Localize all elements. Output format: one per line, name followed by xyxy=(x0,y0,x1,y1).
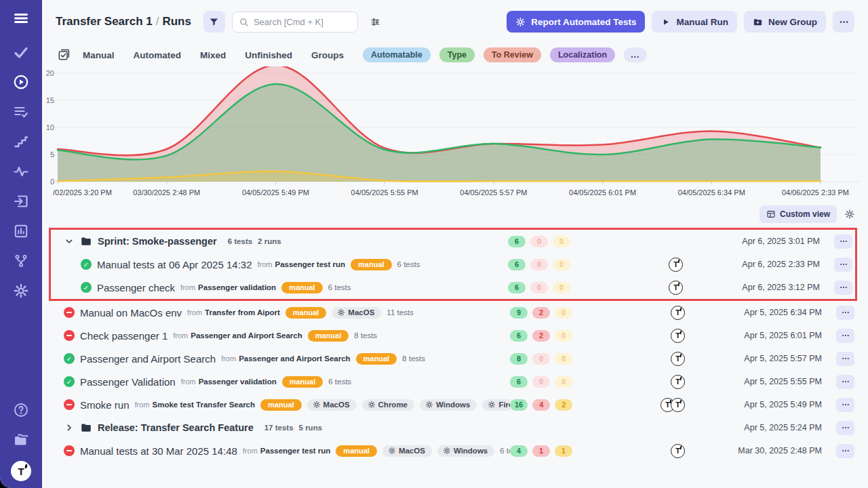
run-row[interactable]: ✓Manual tests at 06 Apr 2025 14:32fromPa… xyxy=(51,253,855,276)
workspace-logo[interactable]: T xyxy=(11,461,31,481)
run-tests-count: 6 tests xyxy=(397,260,420,268)
sidebar-item-menu[interactable] xyxy=(12,9,30,27)
folder-icon xyxy=(80,422,92,434)
run-tests-count: 6 tests xyxy=(328,283,351,291)
manual-run-button[interactable]: Manual Run xyxy=(652,11,737,33)
sidebar-item-projects[interactable] xyxy=(12,431,30,449)
chevron-right-icon[interactable] xyxy=(64,422,75,433)
search-box[interactable] xyxy=(232,12,358,33)
tag-pill-more[interactable]: ... xyxy=(624,47,646,62)
run-date: Apr 5, 2025 6:01 PM xyxy=(720,331,829,340)
breadcrumb-page: Runs xyxy=(162,15,191,28)
sidebar-item-tests[interactable] xyxy=(12,43,30,61)
run-source: fromPassenger validation xyxy=(181,378,277,386)
env-pill-macos: MacOS xyxy=(307,399,357,411)
row-menu-button[interactable] xyxy=(836,352,854,366)
run-tests-count: 11 tests xyxy=(387,308,413,317)
row-menu-button[interactable] xyxy=(834,281,852,295)
tab-mixed[interactable]: Mixed xyxy=(200,50,226,60)
sidebar-item-analytics[interactable] xyxy=(12,163,30,180)
passed-badge: 6 xyxy=(508,282,526,293)
header-more-button[interactable] xyxy=(833,11,854,33)
sidebar-item-runs[interactable] xyxy=(12,73,30,91)
row-menu-button[interactable] xyxy=(836,329,854,343)
run-row[interactable]: ✓Passenger and Airport SearchfromPasseng… xyxy=(42,347,868,370)
group-row[interactable]: Sprint: Smoke-passenger6 tests2 runs600A… xyxy=(51,230,855,253)
tab-manual[interactable]: Manual xyxy=(83,50,115,60)
app-window: T Transfer Search 1/Runs Report Automate… xyxy=(0,0,868,488)
row-main-cell: Smoke runfromSmoke test Transfer Searchm… xyxy=(64,399,510,411)
svg-text:10: 10 xyxy=(46,123,54,131)
new-group-button[interactable]: New Group xyxy=(744,11,826,33)
group-title: Sprint: Smoke-passenger xyxy=(98,236,217,247)
filter-button[interactable] xyxy=(203,11,225,33)
avatar: T xyxy=(671,375,685,389)
run-date: Apr 5, 2025 5:57 PM xyxy=(720,354,829,363)
group-runs-count: 2 runs xyxy=(258,237,281,245)
search-icon xyxy=(239,17,249,27)
run-title: Manual tests at 06 Apr 2025 14:32 xyxy=(97,259,252,270)
svg-text:04/06/2025 2:33 PM: 04/06/2025 2:33 PM xyxy=(782,188,849,197)
skipped-badge: 0 xyxy=(555,307,572,319)
custom-view-button[interactable]: Custom view xyxy=(760,205,837,223)
run-title: Check passenger 1 xyxy=(80,330,167,342)
tab-unfinished[interactable]: Unfinished xyxy=(245,50,292,60)
run-row[interactable]: Manual on MacOs envfromTransfer from Aip… xyxy=(42,301,868,324)
row-menu-button[interactable] xyxy=(836,306,854,320)
tag-pill-automatable[interactable]: Automatable xyxy=(363,47,431,62)
run-row[interactable]: ✓Passenger ValidationfromPassenger valid… xyxy=(42,370,868,393)
table-icon xyxy=(766,209,776,219)
run-title: Passenger and Airport Search xyxy=(80,353,216,365)
row-menu-button[interactable] xyxy=(836,375,854,389)
failed-badge: 0 xyxy=(530,236,548,247)
svg-text:5: 5 xyxy=(50,150,54,159)
run-row[interactable]: Smoke runfromSmoke test Transfer Searchm… xyxy=(42,393,868,416)
run-type-tag: manual xyxy=(308,330,349,342)
select-all-icon[interactable] xyxy=(57,48,71,62)
list-toolbar: Custom view xyxy=(42,202,868,226)
chevron-down-icon[interactable] xyxy=(64,236,75,247)
row-menu-button[interactable] xyxy=(834,235,852,249)
avatar: T xyxy=(671,444,685,458)
run-row[interactable]: ✓Passenger checkfromPassenger validation… xyxy=(51,276,855,299)
skipped-badge: 0 xyxy=(555,376,572,388)
sidebar-item-pulls[interactable] xyxy=(12,192,30,210)
result-badges: 920 xyxy=(510,307,578,319)
assignee-avatars: T xyxy=(578,375,720,389)
annotation-rect: Sprint: Smoke-passenger6 tests2 runs600A… xyxy=(49,228,857,301)
run-title: Smoke run xyxy=(80,399,130,411)
sidebar-item-settings[interactable] xyxy=(12,282,30,300)
result-badges: 600 xyxy=(510,376,578,388)
list-settings-button[interactable] xyxy=(841,205,859,223)
tag-pill-type[interactable]: Type xyxy=(439,47,475,62)
sidebar-item-help[interactable] xyxy=(12,401,30,419)
group-row[interactable]: Release: Transfer Search Feature17 tests… xyxy=(42,416,868,439)
tab-groups[interactable]: Groups xyxy=(311,50,344,60)
svg-text:20: 20 xyxy=(46,69,54,77)
search-input[interactable] xyxy=(254,17,351,27)
skipped-badge: 0 xyxy=(555,353,572,365)
report-automated-tests-button[interactable]: Report Automated Tests xyxy=(507,11,645,33)
run-source: fromPassenger test run xyxy=(258,260,346,268)
tab-automated[interactable]: Automated xyxy=(134,50,182,60)
sidebar-item-reports[interactable] xyxy=(12,222,30,240)
row-menu-button[interactable] xyxy=(836,398,854,412)
gear-icon xyxy=(844,209,855,220)
view-settings-button[interactable] xyxy=(365,11,387,33)
row-menu-button[interactable] xyxy=(834,258,852,272)
tag-pill-localization[interactable]: Localization xyxy=(550,47,615,62)
passed-badge: 6 xyxy=(510,376,528,388)
sidebar-item-plans[interactable] xyxy=(12,103,30,121)
run-row[interactable]: Check passenger 1fromPassenger and Airpo… xyxy=(42,324,868,347)
env-pill-macos: MacOS xyxy=(382,445,432,457)
tag-pill-to-review[interactable]: To Review xyxy=(484,47,541,62)
status-failed-icon xyxy=(64,307,75,318)
sidebar-item-branches[interactable] xyxy=(12,252,30,270)
skipped-badge: 0 xyxy=(553,259,570,270)
row-menu-button[interactable] xyxy=(836,421,854,435)
row-menu-button[interactable] xyxy=(836,444,854,458)
run-row[interactable]: Manual tests at 30 Mar 2025 14:48fromPas… xyxy=(42,439,868,462)
sidebar-item-milestones[interactable] xyxy=(12,133,30,150)
breadcrumb-project: Transfer Search 1 xyxy=(56,15,153,28)
run-title: Passenger check xyxy=(97,282,175,293)
